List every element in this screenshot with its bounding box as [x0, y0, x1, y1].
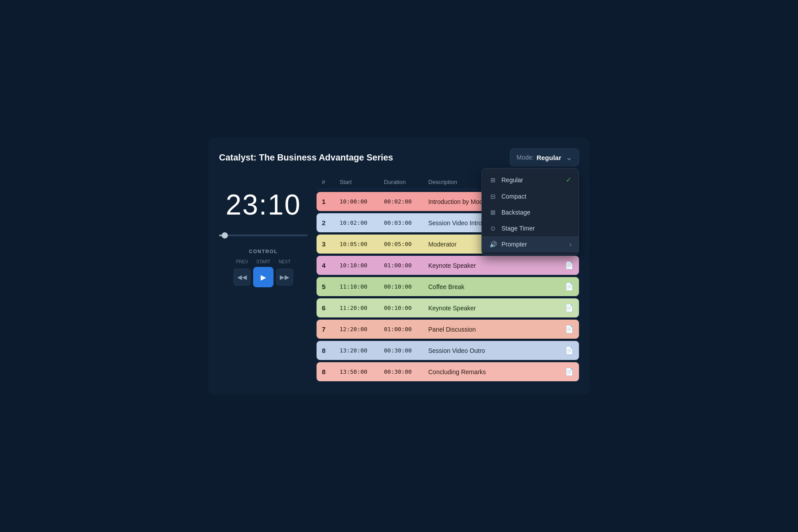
control-label: CONTROL — [219, 249, 308, 254]
row-num-7: 8 — [322, 347, 340, 354]
row-desc-5: Keynote Speaker — [428, 305, 558, 312]
row-icon-5: 📄 — [558, 304, 574, 312]
mode-option-regular[interactable]: ⊞ Regular ✓ — [482, 171, 579, 188]
row-start-1: 10:02:00 — [340, 219, 384, 226]
progress-knob[interactable] — [222, 232, 228, 239]
mode-option-compact[interactable]: ⊟ Compact — [482, 188, 579, 204]
row-num-1: 2 — [322, 219, 340, 227]
control-labels-row: PREV START NEXT — [219, 259, 308, 264]
app-title: Catalyst: The Business Advantage Series — [219, 153, 393, 163]
row-icon-8: 📄 — [558, 368, 574, 376]
row-desc-6: Panel Discussion — [428, 326, 558, 333]
row-num-8: 8 — [322, 368, 340, 376]
table-row[interactable]: 8 13:20:00 00:30:00 Session Video Outro … — [317, 341, 579, 360]
play-button[interactable]: ▶ — [253, 267, 274, 287]
row-icon-4: 📄 — [558, 282, 574, 291]
row-duration-1: 00:03:00 — [384, 219, 428, 226]
table-row[interactable]: 6 11:20:00 00:10:00 Keynote Speaker 📄 — [317, 298, 579, 317]
app-container: Catalyst: The Business Advantage Series … — [208, 138, 590, 394]
mode-option-compact-label: Compact — [501, 193, 526, 200]
table-row[interactable]: 4 10:10:00 01:00:00 Keynote Speaker 📄 — [317, 256, 579, 275]
row-duration-3: 01:00:00 — [384, 262, 428, 269]
row-start-2: 10:05:00 — [340, 241, 384, 247]
mode-option-regular-label: Regular — [501, 176, 523, 184]
start-label: START — [253, 259, 274, 264]
mode-option-stage-timer[interactable]: ⊙ Stage Timer — [482, 220, 579, 236]
mode-option-stage-timer-label: Stage Timer — [501, 225, 535, 232]
row-duration-7: 00:30:00 — [384, 347, 428, 354]
row-num-0: 1 — [322, 198, 340, 205]
row-duration-4: 00:10:00 — [384, 283, 428, 290]
row-start-7: 13:20:00 — [340, 347, 384, 354]
row-desc-3: Keynote Speaker — [428, 262, 558, 269]
row-icon-7: 📄 — [558, 346, 574, 355]
chevron-down-icon: ⌄ — [566, 153, 572, 162]
prompter-icon: 🔊 — [489, 241, 497, 248]
next-label: NEXT — [276, 259, 293, 264]
table-row[interactable]: 7 12:20:00 01:00:00 Panel Discussion 📄 — [317, 320, 579, 339]
progress-bar[interactable] — [219, 235, 308, 236]
prev-label: PREV — [234, 259, 250, 264]
timer-display: 23:10 — [226, 188, 301, 221]
row-start-6: 12:20:00 — [340, 326, 384, 332]
mode-value: Regular — [536, 154, 561, 161]
row-icon-3: 📄 — [558, 261, 574, 270]
row-start-4: 11:10:00 — [340, 283, 384, 290]
mode-option-backstage[interactable]: ⊠ Backstage — [482, 204, 579, 220]
row-duration-6: 01:00:00 — [384, 326, 428, 332]
mode-label: Mode: — [516, 154, 534, 161]
left-panel: 23:10 CONTROL PREV START NEXT ◀◀ ▶ ▶▶ — [219, 175, 308, 383]
row-start-0: 10:00:00 — [340, 198, 384, 205]
row-start-3: 10:10:00 — [340, 262, 384, 269]
col-start: Start — [340, 179, 384, 185]
col-duration: Duration — [384, 179, 428, 185]
compact-icon: ⊟ — [489, 193, 497, 200]
header: Catalyst: The Business Advantage Series … — [219, 149, 579, 166]
mode-option-prompter-label: Prompter — [501, 241, 527, 248]
mode-option-prompter[interactable]: 🔊 Prompter › — [482, 236, 579, 252]
row-desc-8: Concluding Remarks — [428, 368, 558, 376]
row-num-6: 7 — [322, 325, 340, 333]
prev-button[interactable]: ◀◀ — [234, 269, 250, 286]
next-button[interactable]: ▶▶ — [276, 269, 293, 286]
table-row[interactable]: 5 11:10:00 00:10:00 Coffee Break 📄 — [317, 277, 579, 296]
col-num: # — [322, 179, 340, 185]
prompter-submenu-icon: › — [569, 241, 571, 248]
backstage-icon: ⊠ — [489, 209, 497, 216]
row-duration-5: 00:10:00 — [384, 305, 428, 311]
row-desc-4: Coffee Break — [428, 283, 558, 290]
regular-checkmark: ✓ — [566, 176, 571, 184]
row-duration-8: 00:30:00 — [384, 368, 428, 375]
controls-row: ◀◀ ▶ ▶▶ — [219, 267, 308, 287]
mode-option-backstage-label: Backstage — [501, 209, 530, 216]
row-desc-7: Session Video Outro — [428, 347, 558, 354]
row-num-3: 4 — [322, 262, 340, 269]
regular-icon: ⊞ — [489, 176, 497, 184]
row-icon-6: 📄 — [558, 325, 574, 333]
row-duration-2: 00:05:00 — [384, 241, 428, 247]
row-num-5: 6 — [322, 304, 340, 312]
row-num-4: 5 — [322, 283, 340, 290]
mode-dropdown-menu: ⊞ Regular ✓ ⊟ Compact ⊠ Backstage — [481, 168, 579, 255]
row-num-2: 3 — [322, 240, 340, 248]
mode-dropdown-wrapper: Mode: Regular ⌄ ⊞ Regular ✓ ⊟ Compact — [510, 149, 579, 166]
row-start-8: 13:50:00 — [340, 368, 384, 375]
row-duration-0: 00:02:00 — [384, 198, 428, 205]
control-section: CONTROL PREV START NEXT ◀◀ ▶ ▶▶ — [219, 249, 308, 287]
row-start-5: 11:20:00 — [340, 305, 384, 311]
mode-dropdown[interactable]: Mode: Regular ⌄ — [510, 149, 579, 166]
stage-timer-icon: ⊙ — [489, 225, 497, 232]
table-row[interactable]: 8 13:50:00 00:30:00 Concluding Remarks 📄 — [317, 362, 579, 381]
